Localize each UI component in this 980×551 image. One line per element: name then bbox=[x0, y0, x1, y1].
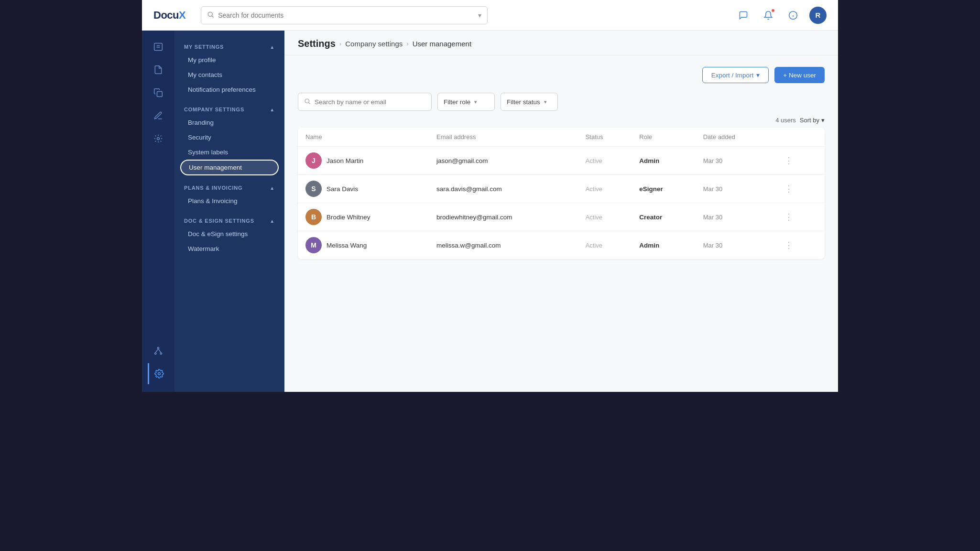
cell-role: Creator bbox=[632, 203, 695, 231]
info-button[interactable] bbox=[784, 7, 802, 24]
row-more-button[interactable]: ⋮ bbox=[781, 238, 797, 252]
row-more-button[interactable]: ⋮ bbox=[781, 182, 797, 195]
svg-point-15 bbox=[158, 373, 160, 375]
search-bar[interactable]: ▾ bbox=[201, 6, 488, 24]
user-name: Sara Davis bbox=[327, 185, 358, 193]
sidebar-nav: MY SETTINGS ▲ My profile My contacts Not… bbox=[174, 31, 284, 392]
col-name: Name bbox=[298, 128, 429, 147]
my-settings-chevron[interactable]: ▲ bbox=[270, 44, 275, 50]
filter-status-select[interactable]: Filter status ▾ bbox=[501, 93, 558, 111]
main-layout: MY SETTINGS ▲ My profile My contacts Not… bbox=[142, 31, 838, 392]
sidebar-item-plans-invoicing[interactable]: Plans & Invoicing bbox=[174, 194, 284, 208]
users-count: 4 users bbox=[775, 117, 796, 124]
user-avatar: M bbox=[305, 237, 322, 253]
search-icon bbox=[207, 11, 214, 20]
row-more-button[interactable]: ⋮ bbox=[781, 210, 797, 224]
sidebar-item-branding[interactable]: Branding bbox=[174, 115, 284, 130]
content-inner: Export / Import ▾ + New user bbox=[284, 55, 838, 270]
col-email: Email address bbox=[429, 128, 578, 147]
sidebar-item-watermark[interactable]: Watermark bbox=[174, 241, 284, 256]
cell-role: Admin bbox=[632, 147, 695, 175]
sidebar-icons-bottom bbox=[148, 340, 169, 392]
content-area: Settings › Company settings › User manag… bbox=[284, 31, 838, 392]
breadcrumb-sep-2: › bbox=[406, 40, 408, 47]
users-table: Name Email address Status Role Date adde… bbox=[298, 128, 825, 259]
user-search-icon bbox=[304, 98, 311, 106]
cell-email: jason@gmail.com bbox=[429, 147, 578, 175]
cell-email: brodiewhitney@gmail.com bbox=[429, 203, 578, 231]
svg-line-1 bbox=[212, 16, 213, 17]
svg-line-14 bbox=[158, 349, 161, 353]
cell-status: Active bbox=[578, 147, 632, 175]
cell-name: S Sara Davis bbox=[298, 175, 429, 203]
top-bar: DocuX ▾ bbox=[142, 0, 838, 31]
table-row: S Sara Davis sara.davis@gmail.com Active… bbox=[298, 175, 825, 203]
cell-role: eSigner bbox=[632, 175, 695, 203]
svg-line-13 bbox=[155, 349, 158, 353]
col-status: Status bbox=[578, 128, 632, 147]
sidebar-item-my-profile[interactable]: My profile bbox=[174, 53, 284, 67]
my-settings-section: MY SETTINGS ▲ bbox=[174, 38, 284, 53]
chat-button[interactable] bbox=[735, 7, 752, 24]
search-dropdown-icon[interactable]: ▾ bbox=[478, 11, 481, 19]
search-input[interactable] bbox=[218, 11, 474, 19]
col-role: Role bbox=[632, 128, 695, 147]
sidebar-icon-copy[interactable] bbox=[148, 82, 169, 103]
company-settings-chevron[interactable]: ▲ bbox=[270, 107, 275, 112]
col-date: Date added bbox=[696, 128, 773, 147]
avatar[interactable]: R bbox=[809, 7, 827, 24]
filter-status-arrow: ▾ bbox=[544, 99, 547, 105]
sidebar-item-user-management[interactable]: User management bbox=[180, 160, 279, 175]
filter-role-select[interactable]: Filter role ▾ bbox=[437, 93, 495, 111]
svg-point-16 bbox=[305, 99, 309, 103]
cell-status: Active bbox=[578, 231, 632, 259]
sidebar-icon-file[interactable] bbox=[148, 59, 169, 80]
cell-date: Mar 30 bbox=[696, 147, 773, 175]
breadcrumb-sep-1: › bbox=[339, 40, 341, 47]
breadcrumb-user-management: User management bbox=[413, 40, 471, 48]
user-name: Brodie Whitney bbox=[327, 214, 370, 221]
sidebar-icon-documents[interactable] bbox=[148, 36, 169, 57]
export-import-button[interactable]: Export / Import ▾ bbox=[702, 67, 769, 83]
sidebar-item-notification-preferences[interactable]: Notification preferences bbox=[174, 82, 284, 97]
sidebar-icon-workflow[interactable] bbox=[148, 128, 169, 149]
plans-invoicing-section: PLANS & INVOICING ▲ bbox=[174, 179, 284, 194]
sidebar-icon-settings[interactable] bbox=[148, 363, 169, 384]
plans-invoicing-chevron[interactable]: ▲ bbox=[270, 185, 275, 191]
breadcrumb-settings[interactable]: Settings bbox=[298, 38, 336, 49]
svg-rect-5 bbox=[154, 43, 163, 51]
export-dropdown-icon: ▾ bbox=[756, 71, 760, 79]
sidebar-item-system-labels[interactable]: System labels bbox=[174, 145, 284, 160]
col-actions bbox=[773, 128, 825, 147]
cell-name: B Brodie Whitney bbox=[298, 203, 429, 231]
svg-rect-8 bbox=[157, 92, 163, 97]
breadcrumb: Settings › Company settings › User manag… bbox=[284, 31, 838, 55]
top-bar-right: R bbox=[735, 7, 827, 24]
user-avatar: B bbox=[305, 209, 322, 225]
cell-date: Mar 30 bbox=[696, 175, 773, 203]
svg-point-11 bbox=[155, 353, 156, 354]
user-search-wrap[interactable] bbox=[298, 93, 432, 111]
user-name: Melissa Wang bbox=[327, 242, 367, 249]
filter-row: Filter role ▾ Filter status ▾ bbox=[298, 93, 825, 111]
user-avatar: S bbox=[305, 181, 322, 197]
filter-role-arrow: ▾ bbox=[474, 99, 477, 105]
sort-button[interactable]: Sort by ▾ bbox=[800, 117, 825, 124]
new-user-button[interactable]: + New user bbox=[774, 67, 825, 83]
sidebar-item-security[interactable]: Security bbox=[174, 130, 284, 145]
doc-esign-chevron[interactable]: ▲ bbox=[270, 218, 275, 224]
sidebar-icon-network[interactable] bbox=[148, 340, 169, 361]
svg-point-12 bbox=[160, 353, 162, 354]
sidebar-item-doc-esign[interactable]: Doc & eSign settings bbox=[174, 227, 284, 241]
company-settings-section: COMPANY SETTINGS ▲ bbox=[174, 101, 284, 115]
sidebar-icon-sign[interactable] bbox=[148, 105, 169, 126]
sidebar-item-my-contacts[interactable]: My contacts bbox=[174, 67, 284, 82]
user-name: Jason Martin bbox=[327, 157, 363, 164]
cell-name: J Jason Martin bbox=[298, 147, 429, 175]
breadcrumb-company-settings[interactable]: Company settings bbox=[345, 40, 403, 48]
user-search-input[interactable] bbox=[315, 98, 425, 106]
row-more-button[interactable]: ⋮ bbox=[781, 154, 797, 167]
cell-date: Mar 30 bbox=[696, 231, 773, 259]
cell-status: Active bbox=[578, 175, 632, 203]
notifications-button[interactable] bbox=[760, 7, 777, 24]
